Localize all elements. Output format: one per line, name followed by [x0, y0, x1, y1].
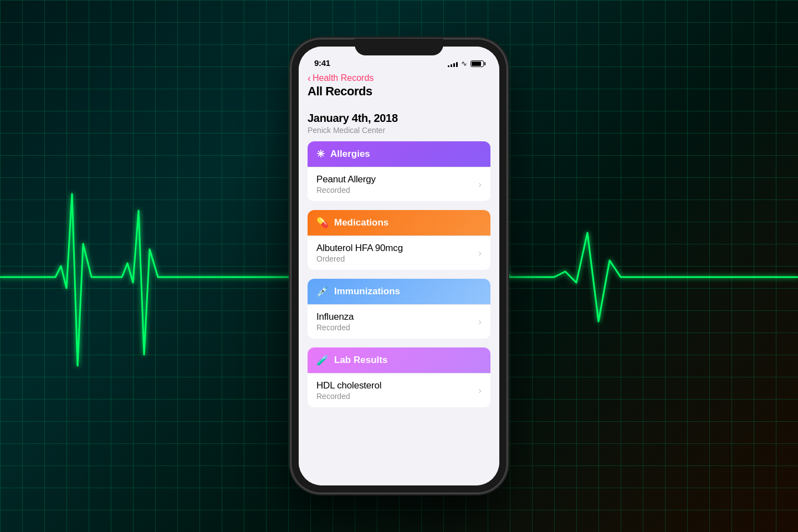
chevron-right-icon: › [478, 385, 482, 396]
allergies-header: ✳ Allergies [308, 141, 490, 167]
item-info: Peanut Allergy Recorded [316, 174, 376, 195]
medications-section: 💊 Medications Albuterol HFA 90mcg Ordere… [308, 210, 490, 270]
immunizations-section: 💉 Immunizations Influenza Recorded › [308, 279, 490, 339]
lab-results-header: 🧪 Lab Results [308, 347, 490, 373]
notch [355, 39, 443, 55]
item-subtitle: Recorded [316, 186, 376, 195]
record-date: January 4th, 2018 [308, 112, 490, 125]
phone-screen: 9:41 ∿ ‹ Hea [299, 47, 499, 485]
battery-icon [470, 60, 484, 67]
item-title: Influenza [316, 311, 354, 323]
item-title: Albuterol HFA 90mcg [316, 243, 403, 254]
chevron-right-icon: › [478, 316, 482, 328]
item-info: HDL cholesterol Recorded [316, 380, 381, 401]
battery-fill [472, 62, 481, 66]
back-chevron-icon: ‹ [308, 73, 311, 83]
lab-results-label: Lab Results [334, 355, 387, 366]
signal-bar-3 [453, 63, 455, 67]
item-subtitle: Recorded [316, 323, 354, 332]
medications-label: Medications [334, 217, 388, 228]
chevron-right-icon: › [478, 248, 482, 259]
scene: 9:41 ∿ ‹ Hea [0, 0, 798, 532]
immunizations-icon: 💉 [316, 285, 329, 298]
list-item[interactable]: Albuterol HFA 90mcg Ordered › [308, 236, 490, 270]
nav-back-label: Health Records [313, 73, 374, 83]
scroll-content[interactable]: January 4th, 2018 Penick Medical Center … [299, 103, 499, 485]
status-icons: ∿ [448, 59, 484, 68]
page-title: All Records [308, 84, 490, 99]
phone-shell: 9:41 ∿ ‹ Hea [291, 39, 507, 493]
signal-bar-2 [451, 64, 452, 67]
medications-icon: 💊 [316, 217, 329, 229]
nav-bar: ‹ Health Records All Records [299, 71, 499, 103]
item-subtitle: Recorded [316, 392, 381, 401]
allergies-icon: ✳ [316, 148, 325, 160]
immunizations-header: 💉 Immunizations [308, 279, 490, 304]
item-title: Peanut Allergy [316, 174, 376, 185]
item-info: Influenza Recorded [316, 311, 354, 332]
signal-bar-1 [448, 65, 449, 67]
allergies-section: ✳ Allergies Peanut Allergy Recorded › [308, 141, 490, 201]
lab-results-section: 🧪 Lab Results HDL cholesterol Recorded › [308, 347, 490, 407]
immunizations-label: Immunizations [334, 286, 400, 297]
medications-header: 💊 Medications [308, 210, 490, 236]
nav-back-button[interactable]: ‹ Health Records [308, 73, 490, 83]
chevron-right-icon: › [478, 179, 482, 190]
list-item[interactable]: HDL cholesterol Recorded › [308, 373, 490, 407]
date-section: January 4th, 2018 Penick Medical Center [299, 103, 499, 141]
lab-results-icon: 🧪 [316, 354, 329, 366]
list-item[interactable]: Influenza Recorded › [308, 304, 490, 339]
list-item[interactable]: Peanut Allergy Recorded › [308, 167, 490, 201]
status-time: 9:41 [314, 58, 330, 68]
signal-bars-icon [448, 60, 458, 67]
item-info: Albuterol HFA 90mcg Ordered [316, 243, 403, 263]
item-title: HDL cholesterol [316, 380, 381, 391]
allergies-label: Allergies [330, 149, 370, 160]
item-subtitle: Ordered [316, 254, 403, 263]
signal-bar-4 [456, 62, 458, 67]
wifi-icon: ∿ [461, 59, 467, 68]
record-location: Penick Medical Center [308, 126, 490, 135]
